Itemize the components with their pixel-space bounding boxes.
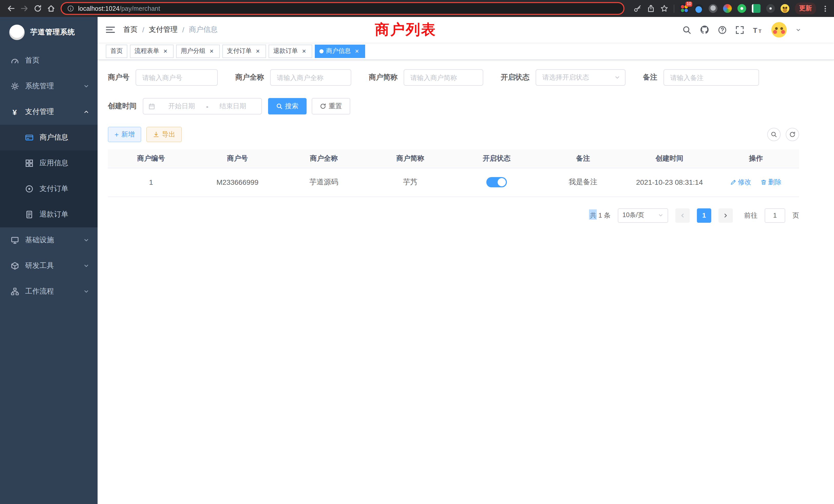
close-icon[interactable]: × <box>208 47 215 55</box>
github-icon[interactable] <box>700 25 709 35</box>
url-path: /pay/merchant <box>119 5 160 12</box>
user-avatar[interactable] <box>771 22 787 38</box>
chevron-down-icon <box>614 74 620 81</box>
page-header: 首页 / 支付管理 / 商户信息 商户列表 <box>97 17 834 43</box>
remark-input[interactable] <box>663 69 759 86</box>
address-bar[interactable]: localhost:1024/pay/merchant <box>61 2 624 15</box>
sidebar-item-app-info[interactable]: 应用信息 <box>0 151 97 176</box>
close-icon[interactable]: × <box>353 47 360 55</box>
merchant-name-input[interactable] <box>270 69 351 86</box>
dashboard-icon <box>10 56 19 65</box>
help-icon[interactable] <box>718 25 727 34</box>
grid-icon <box>25 159 34 167</box>
sidebar-item-pay-order[interactable]: 支付订单 <box>0 176 97 202</box>
active-dot-icon <box>320 49 324 53</box>
hamburger-icon[interactable] <box>106 26 115 34</box>
sidebar-item-system[interactable]: 系统管理 <box>0 73 97 99</box>
tab-refund-order[interactable]: 退款订单 × <box>269 44 312 58</box>
main-area: 首页 / 支付管理 / 商户信息 商户列表 <box>97 17 834 504</box>
browser-refresh-button[interactable] <box>31 2 44 15</box>
export-button[interactable]: 导出 <box>146 127 182 142</box>
col-merchant-short: 商户简称 <box>367 150 454 168</box>
extension-icon[interactable] <box>723 4 732 13</box>
sidebar-item-devtools[interactable]: 研发工具 <box>0 253 97 279</box>
tab-merchant-info[interactable]: 商户信息 × <box>315 44 365 58</box>
col-create-time: 创建时间 <box>626 150 713 168</box>
extension-icon[interactable] <box>766 4 775 13</box>
sidebar-item-label: 应用信息 <box>40 159 68 168</box>
delete-link[interactable]: 删除 <box>761 178 782 187</box>
sidebar-item-payment[interactable]: ¥ 支付管理 <box>0 99 97 125</box>
tab-pay-order[interactable]: 支付订单 × <box>222 44 266 58</box>
key-icon[interactable] <box>634 5 641 12</box>
status-toggle[interactable] <box>486 177 507 187</box>
fullscreen-icon[interactable] <box>736 25 744 34</box>
edit-link[interactable]: 修改 <box>730 178 751 187</box>
tab-label: 支付订单 <box>227 47 251 55</box>
bookmark-star-icon[interactable] <box>660 5 668 12</box>
status-select[interactable]: 请选择开启状态 <box>535 69 626 86</box>
plus-icon: + <box>114 131 118 138</box>
goto-page-unit: 页 <box>792 211 799 220</box>
add-button[interactable]: + 新增 <box>108 127 141 142</box>
monitor-icon <box>10 236 19 244</box>
extensions-icon[interactable]: 10 <box>680 4 689 13</box>
sidebar-item-label: 退款订单 <box>40 210 68 219</box>
browser-home-button[interactable] <box>44 2 58 15</box>
search-icon <box>276 103 282 109</box>
gear-icon <box>10 82 19 90</box>
extension-icon[interactable] <box>694 4 703 13</box>
browser-back-button[interactable] <box>4 2 18 15</box>
page-info-icon[interactable] <box>67 5 74 12</box>
goto-page-input[interactable] <box>765 208 785 223</box>
app-logo[interactable]: 芋道管理系统 <box>0 17 97 48</box>
cell-merchant-no: M233666999 <box>194 168 281 197</box>
share-icon[interactable] <box>647 5 655 12</box>
col-merchant-name: 商户全称 <box>281 150 367 168</box>
browser-menu-icon[interactable] <box>822 5 829 12</box>
refresh-table-button[interactable] <box>786 128 799 141</box>
sidebar-item-home[interactable]: 首页 <box>0 48 97 73</box>
tab-label: 用户分组 <box>181 47 205 55</box>
sidebar-item-workflow[interactable]: 工作流程 <box>0 279 97 304</box>
close-icon[interactable]: × <box>301 47 308 55</box>
tab-home[interactable]: 首页 <box>106 44 127 58</box>
sidebar-item-merchant-info[interactable]: 商户信息 <box>0 125 97 151</box>
create-time-range-picker[interactable]: 开始日期 - 结束日期 <box>143 98 262 114</box>
extension-icon[interactable] <box>752 4 761 13</box>
reset-button[interactable]: 重置 <box>312 98 350 114</box>
sidebar-item-infra[interactable]: 基础设施 <box>0 227 97 253</box>
prev-page-button[interactable] <box>675 208 690 223</box>
breadcrumb-home[interactable]: 首页 <box>123 25 138 35</box>
search-button[interactable]: 搜索 <box>268 98 307 114</box>
cell-create-time: 2021-10-23 08:31:14 <box>626 168 713 197</box>
sidebar-item-refund-order[interactable]: 退款订单 <box>0 202 97 227</box>
chevron-down-icon <box>658 212 663 218</box>
tab-user-group[interactable]: 用户分组 × <box>176 44 220 58</box>
browser-profile-avatar[interactable] <box>781 4 789 13</box>
browser-update-button[interactable]: 更新 <box>795 3 816 14</box>
merchant-short-input[interactable] <box>404 69 483 86</box>
close-icon[interactable]: × <box>254 47 261 55</box>
close-icon[interactable]: × <box>162 47 169 55</box>
browser-forward-button[interactable] <box>18 2 31 15</box>
page-size-select[interactable]: 10条/页 <box>618 208 668 223</box>
chevron-down-icon[interactable] <box>795 27 801 32</box>
merchant-no-input[interactable] <box>136 69 218 86</box>
tab-label: 流程表单 <box>135 47 159 55</box>
sidebar-item-label: 支付管理 <box>25 107 54 116</box>
page-number-button[interactable]: 1 <box>697 208 711 223</box>
extension-icon[interactable] <box>709 4 718 13</box>
breadcrumb-payment[interactable]: 支付管理 <box>149 25 178 35</box>
cell-merchant-short: 芋艿 <box>367 168 454 197</box>
url-host: localhost:1024 <box>78 5 119 12</box>
toggle-search-button[interactable] <box>767 128 781 141</box>
chevron-down-icon <box>83 263 89 269</box>
next-page-button[interactable] <box>719 208 733 223</box>
tab-process-form[interactable]: 流程表单 × <box>130 44 174 58</box>
edit-link-label: 修改 <box>738 178 751 187</box>
search-icon[interactable] <box>682 25 691 34</box>
font-size-icon[interactable]: TT <box>753 26 763 33</box>
extension-icon[interactable] <box>738 4 746 13</box>
col-remark: 备注 <box>540 150 627 168</box>
